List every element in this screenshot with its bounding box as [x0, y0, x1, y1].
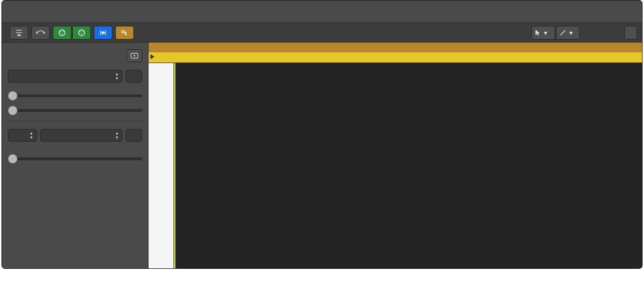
velocity-slider[interactable] [8, 157, 142, 160]
svg-point-4 [62, 33, 63, 34]
svg-point-5 [80, 31, 81, 32]
scale-quantize-on-select[interactable]: ▴▾ [8, 129, 37, 142]
time-quantize-select[interactable]: ▴▾ [8, 70, 123, 83]
inspector-panel: ▴▾ ▴▾ [2, 43, 149, 268]
region-header[interactable] [149, 52, 642, 63]
chevron-down-icon: ▾ [569, 29, 573, 37]
svg-point-3 [63, 31, 64, 32]
piano-keyboard[interactable] [149, 63, 174, 268]
piano-roll-window: ▾ ▾ [1, 0, 643, 269]
stepper-icon: ▴▾ [116, 131, 118, 140]
link-icon [120, 30, 129, 36]
left-click-tool-select[interactable]: ▾ [532, 26, 555, 40]
midi-out-green-icon [77, 29, 86, 36]
catch-playhead-icon [15, 29, 23, 36]
info-display [624, 26, 637, 40]
svg-point-0 [36, 32, 38, 34]
stepper-icon: ▴▾ [116, 72, 118, 81]
midi-out-button[interactable] [53, 26, 71, 40]
catch-region-button[interactable] [127, 49, 142, 62]
svg-point-2 [60, 31, 61, 32]
midi-in-icon [36, 30, 45, 36]
editor-tabstrip [2, 0, 642, 23]
midi-in-button[interactable] [31, 26, 50, 40]
region-play-icon [150, 54, 154, 59]
collapse-icon [99, 29, 107, 36]
swing-slider-thumb[interactable] [8, 106, 18, 115]
svg-point-1 [43, 32, 45, 34]
chevron-down-icon: ▾ [544, 29, 547, 37]
note-grid[interactable] [174, 63, 642, 268]
midi-out-all-button[interactable] [72, 26, 91, 40]
strength-slider[interactable] [8, 94, 142, 97]
pointer-tool-icon [535, 29, 541, 36]
swing-slider[interactable] [8, 109, 142, 112]
editor-toolbar: ▾ ▾ [2, 23, 642, 43]
piano-roll-area[interactable] [149, 43, 642, 268]
catch-playhead-button[interactable] [10, 26, 28, 40]
velocity-slider-thumb[interactable] [8, 154, 18, 164]
bar-ruler[interactable] [149, 43, 642, 52]
svg-point-7 [81, 33, 82, 34]
scale-quantize-button[interactable] [126, 129, 142, 142]
svg-point-6 [83, 31, 84, 32]
collapse-mode-button[interactable] [94, 26, 112, 40]
link-button[interactable] [115, 26, 134, 40]
midi-out-icon [58, 29, 66, 36]
strength-slider-thumb[interactable] [8, 91, 18, 101]
line-tool-icon [559, 29, 566, 36]
quantize-button[interactable] [126, 70, 142, 83]
stepper-icon: ▴▾ [30, 131, 33, 140]
region-start-marker [174, 63, 175, 268]
catch-region-icon [130, 53, 138, 59]
right-click-tool-select[interactable]: ▾ [556, 26, 580, 40]
scale-type-select[interactable]: ▴▾ [40, 129, 123, 142]
